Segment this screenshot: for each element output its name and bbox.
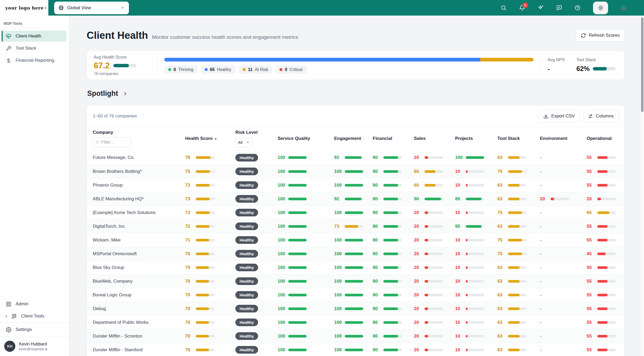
- metric-bar: [424, 211, 443, 214]
- metric-value: 85: [455, 224, 464, 229]
- column-header-financial[interactable]: Financial: [373, 136, 414, 141]
- projects-cell: 10: [455, 265, 497, 270]
- theme-toggle-button[interactable]: [593, 2, 608, 14]
- table-row[interactable]: Dunder Mifflin - Stamford 70 Healthy 100…: [87, 343, 624, 356]
- operational-cell: 20: [587, 196, 619, 202]
- metric-value: 100: [455, 155, 464, 160]
- sidebar-item-admin[interactable]: Admin: [0, 298, 69, 310]
- ai-sparkles-icon[interactable]: [538, 5, 544, 11]
- legend-chip-at-risk[interactable]: 11At Risk: [239, 65, 272, 74]
- export-csv-button[interactable]: Export CSV: [538, 110, 580, 122]
- health-score-cell: 78: [185, 155, 235, 160]
- risk-badge: Healthy: [235, 291, 258, 299]
- table-row[interactable]: ABLE Manufacturing HQ* 73 Healthy 100 92…: [87, 192, 624, 206]
- table-row[interactable]: Boreal Logic Group 70 Healthy 100 100 80…: [87, 288, 624, 302]
- column-header-company: Company: [93, 130, 185, 147]
- sidebar-item-client-tools[interactable]: Client Tools: [0, 310, 69, 322]
- metric-value: 10: [455, 279, 464, 284]
- column-header-engagement[interactable]: Engagement: [334, 136, 373, 141]
- metric-bar: [288, 198, 307, 200]
- metric-value: 63: [497, 155, 506, 160]
- metric-value: 75: [497, 251, 506, 257]
- metric-bar: [466, 184, 484, 187]
- legend-chip-healthy[interactable]: 65Healthy: [201, 65, 235, 74]
- metric-value: 70: [185, 292, 194, 298]
- sidebar-item-financial-reporting[interactable]: Financial Reporting: [2, 55, 67, 66]
- sidebar-item-client-health[interactable]: Client Health: [2, 31, 67, 42]
- projects-cell: 85: [455, 224, 497, 229]
- table-row[interactable]: Blue Sky Group 70 Healthy 100 100 80 20 …: [87, 260, 624, 274]
- company-name: [Example] Acme Tech Solutions: [93, 210, 185, 215]
- refresh-scores-button[interactable]: Refresh Scores: [576, 29, 625, 41]
- metric-value: 63: [497, 292, 506, 298]
- column-header-environment[interactable]: Environment: [540, 136, 587, 141]
- sales-cell: 20: [414, 347, 455, 353]
- distribution-segment-healthy: [164, 58, 480, 61]
- engagement-cell: 100: [334, 334, 373, 339]
- companies-table-card: 1–50 of 76 companies Export CSV Columns: [87, 105, 625, 356]
- scrollbar-thumb[interactable]: [641, 17, 643, 112]
- metric-bar: [424, 321, 443, 324]
- risk-level-cell: Healthy: [235, 346, 278, 354]
- sidebar-collapse-icon[interactable]: [44, 6, 48, 10]
- service-quality-cell: 100: [278, 347, 334, 353]
- feedback-message-icon[interactable]: [556, 5, 562, 11]
- column-header-projects[interactable]: Projects: [455, 136, 497, 141]
- columns-button[interactable]: Columns: [583, 110, 619, 122]
- risk-level-cell: Healthy: [235, 209, 278, 216]
- column-header-operational[interactable]: Operational: [587, 136, 619, 141]
- sidebar-item-tool-stack[interactable]: Tool Stack: [2, 43, 67, 54]
- table-row[interactable]: DigitalTorch, Inc. 72 Healthy 100 73 80 …: [87, 219, 624, 233]
- table-row[interactable]: Brown Brothers Bottling^ 75 Healthy 100 …: [87, 164, 624, 178]
- engagement-cell: 100: [334, 306, 373, 311]
- page-scrollbar[interactable]: [640, 16, 644, 356]
- global-view-selector[interactable]: Global View: [54, 2, 129, 14]
- table-row[interactable]: BlueWeb, Company 70 Healthy 100 100 80 2…: [87, 274, 624, 288]
- legend-label: Thriving: [178, 67, 193, 72]
- avg-health-score-label: Avg Health Score: [94, 55, 150, 60]
- service-quality-cell: 100: [278, 210, 334, 215]
- metric-value: 100: [334, 238, 343, 243]
- operational-cell: 55: [587, 334, 619, 339]
- column-header-health-score[interactable]: Health Score▼: [185, 136, 235, 141]
- metric-bar: [597, 321, 616, 324]
- help-icon[interactable]: [575, 5, 581, 11]
- avg-nps-value: -: [548, 65, 565, 73]
- company-filter-input[interactable]: [93, 137, 131, 147]
- table-row[interactable]: MSPortal Onmicrosoft 70 Healthy 100 100 …: [87, 247, 624, 260]
- sidebar-item-label: Client Tools: [21, 314, 44, 319]
- metric-value: 100: [334, 265, 343, 270]
- sidebar-item-settings[interactable]: Settings: [0, 322, 69, 337]
- metric-value: 20: [414, 279, 423, 284]
- legend-chip-critical[interactable]: 0Critical: [276, 65, 306, 74]
- notifications-bell-icon[interactable]: 1: [519, 5, 525, 11]
- column-header-sales[interactable]: Sales: [414, 136, 455, 141]
- company-name: BlueWeb, Company: [93, 279, 185, 284]
- metric-bar: [466, 307, 484, 310]
- table-row[interactable]: Debug 70 Healthy 100 100 80 20 10 63 - 5…: [87, 302, 624, 315]
- column-header-service-quality[interactable]: Service Quality: [278, 136, 334, 141]
- search-icon[interactable]: [501, 5, 507, 11]
- spotlight-section-toggle[interactable]: Spotlight: [87, 89, 625, 98]
- avg-health-score-bar: [113, 64, 137, 67]
- metric-value: 80: [373, 169, 381, 174]
- user-profile[interactable]: KH Kevin Hubbard kevin@msportal.ai: [0, 337, 69, 356]
- metric-value: 80: [373, 265, 381, 270]
- legend-label: Healthy: [217, 67, 231, 72]
- metric-value: 100: [278, 279, 286, 284]
- table-row[interactable]: Future Message, Co. 78 Healthy 100 92 80…: [87, 151, 624, 164]
- logout-power-icon[interactable]: [620, 5, 627, 11]
- table-row[interactable]: Phoenix Group 73 Healthy 100 100 80 60 1…: [87, 178, 624, 192]
- metric-bar: [508, 335, 526, 338]
- column-header-tool-stack[interactable]: Tool Stack: [497, 136, 540, 141]
- table-row[interactable]: Department of Public Works 70 Healthy 10…: [87, 315, 624, 329]
- projects-cell: 10: [455, 169, 497, 174]
- risk-level-filter-select[interactable]: All: [235, 137, 252, 147]
- table-row[interactable]: Wickam, Mike 71 Healthy 100 100 80 20 10…: [87, 233, 624, 247]
- table-toolbar: 1–50 of 76 companies Export CSV Columns: [87, 105, 624, 127]
- table-row[interactable]: [Example] Acme Tech Solutions 73 Healthy…: [87, 206, 624, 219]
- financial-cell: 80: [373, 347, 414, 353]
- companies-count: 76 companies: [94, 71, 150, 76]
- table-row[interactable]: Dunder Mifflin - Scranton 70 Healthy 100…: [87, 329, 624, 343]
- legend-chip-thriving[interactable]: 0Thriving: [164, 65, 197, 74]
